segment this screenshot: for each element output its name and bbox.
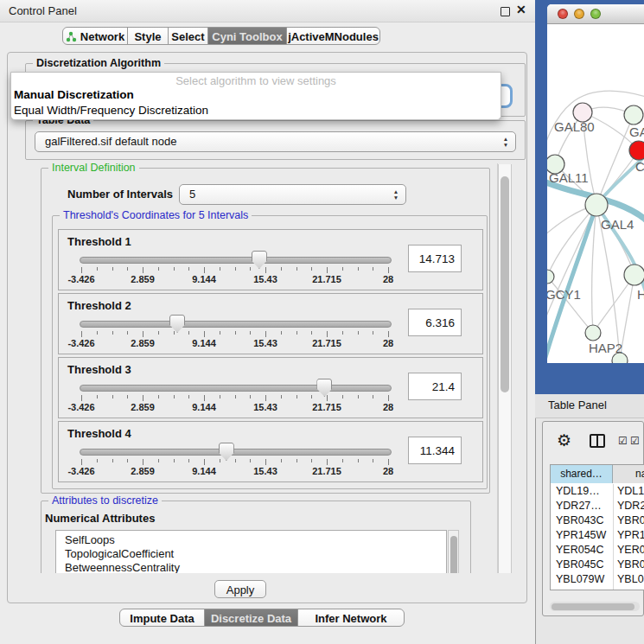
table-cell[interactable]: YLR345W (556, 587, 611, 590)
attributes-list-scrollbar[interactable] (448, 530, 459, 573)
table-cell[interactable]: YDR2 (617, 499, 644, 513)
minimize-traffic-light-icon[interactable] (574, 9, 584, 19)
network-edge[interactable] (592, 205, 596, 333)
table-cell[interactable]: YBR043C (556, 513, 611, 528)
slider-tick (174, 459, 175, 462)
network-canvas[interactable]: GAL80GACGAL11GAL4GCY1HHAP2 (547, 24, 644, 363)
tab-jactivemnodules[interactable]: jActiveMNodules (286, 27, 380, 45)
close-icon[interactable]: ✕ (516, 3, 526, 16)
threshold-panel: Threshold 3-3.4262.8599.14415.4321.71528… (58, 357, 483, 418)
slider-handle[interactable] (169, 315, 185, 333)
slider-tick-label: 21.715 (305, 274, 348, 284)
table-cell[interactable]: YBL0 (617, 572, 644, 587)
network-node-GCY1[interactable] (547, 270, 554, 284)
slider-tick (127, 395, 128, 399)
gear-icon[interactable]: ⚙ (557, 430, 571, 450)
float-window-icon[interactable] (501, 7, 510, 16)
table-cell[interactable]: YPR145W (556, 528, 611, 543)
table-cell[interactable]: YLR3 (617, 587, 644, 590)
table-cell[interactable]: YBR0 (617, 558, 644, 572)
slider-tick-label: 15.43 (244, 402, 287, 412)
tab-network[interactable]: Network (62, 27, 128, 45)
threshold-value-field[interactable]: 21.4 (408, 373, 462, 400)
slider-tick-label: 21.715 (305, 402, 348, 412)
slider-track[interactable] (80, 449, 392, 456)
slider-tick (388, 459, 389, 465)
network-edge[interactable] (596, 115, 634, 205)
table-cell[interactable]: YBR0 (617, 513, 644, 528)
attribute-item[interactable]: TopologicalCoefficient (56, 547, 446, 561)
checkbox-icon[interactable]: ☑ (630, 435, 640, 447)
network-node-GAL4[interactable] (585, 194, 608, 216)
table-row[interactable]: YDL19…YDL1 (551, 484, 644, 499)
slider-track[interactable] (80, 321, 392, 328)
table-row[interactable]: YBR045CYBR0 (551, 558, 644, 572)
slider-tick (235, 267, 236, 271)
table-row[interactable]: YER054CYER0 (551, 543, 644, 558)
network-node-node-top-right[interactable] (624, 105, 643, 124)
tab-cyni-toolbox[interactable]: Cyni Toolbox (207, 27, 287, 45)
slider-tick (81, 331, 82, 337)
attribute-item[interactable]: SelfLoops (56, 531, 446, 547)
checkbox-icon[interactable]: ☑ (618, 435, 628, 447)
slider-tick (311, 395, 312, 399)
threshold-value-field[interactable]: 11.344 (408, 437, 462, 464)
network-view-window[interactable]: GAL80GACGAL11GAL4GCY1HHAP2 (535, 0, 644, 394)
tab-style[interactable]: Style (127, 27, 169, 45)
network-node-label: GAL4 (601, 217, 634, 232)
slider-tick (342, 459, 343, 462)
table-row[interactable]: YBR043CYBR0 (551, 513, 644, 528)
network-node-node-red[interactable] (629, 141, 644, 160)
slider-handle[interactable] (219, 443, 234, 461)
attribute-item[interactable]: BetweennessCentrality (56, 561, 446, 573)
table-cell[interactable]: YDL1 (617, 484, 644, 499)
network-node-node-right-h[interactable] (624, 265, 644, 285)
table-horizontal-scrollbar[interactable] (550, 602, 640, 611)
slider-tick (235, 331, 236, 335)
settings-vertical-scrollbar[interactable] (498, 164, 512, 573)
slider-tick-label: 2.859 (121, 338, 164, 348)
columns-icon[interactable] (590, 434, 605, 448)
zoom-traffic-light-icon[interactable] (590, 9, 601, 19)
network-window-titlebar[interactable] (547, 4, 644, 24)
algorithm-option[interactable]: Equal Width/Frequency Discretization (14, 104, 208, 117)
table-cell[interactable]: YER054C (556, 543, 611, 558)
table-column-header[interactable]: na (613, 465, 644, 483)
table-cell[interactable]: YPR1 (617, 528, 644, 543)
tab-infer-network[interactable]: Infer Network (297, 609, 405, 627)
threshold-value-field[interactable]: 14.713 (408, 245, 462, 272)
table-row[interactable]: YDR27…YDR2 (551, 499, 644, 513)
slider-handle[interactable] (316, 379, 332, 397)
node-table[interactable]: shared…naYDL19…YDL1YDR27…YDR2YBR043CYBR0… (550, 464, 644, 590)
close-traffic-light-icon[interactable] (558, 9, 568, 19)
slider-tick (127, 331, 128, 335)
network-node-HAP2[interactable] (585, 325, 601, 341)
slider-track[interactable] (80, 385, 392, 392)
table-row[interactable]: YLR345WYLR3 (551, 587, 644, 590)
slider-tick-label: 28 (367, 274, 410, 284)
table-cell[interactable]: YDR27… (556, 499, 611, 513)
table-cell[interactable]: YBR045C (556, 558, 611, 572)
slider-tick (296, 331, 297, 335)
algorithm-option[interactable]: Manual Discretization (14, 88, 134, 101)
apply-button[interactable]: Apply (214, 580, 266, 598)
tab-discretize-data[interactable]: Discretize Data (204, 609, 298, 627)
tab-select[interactable]: Select (168, 27, 208, 45)
table-row[interactable]: YPR145WYPR1 (551, 528, 644, 543)
threshold-value-field[interactable]: 6.316 (408, 309, 462, 336)
slider-tick (143, 459, 143, 465)
slider-handle[interactable] (252, 251, 267, 269)
table-column-header[interactable]: shared… (551, 465, 613, 483)
table-cell[interactable]: YER0 (617, 543, 644, 558)
table-data-combobox[interactable]: galFiltered.sif default node ▲▼ (35, 131, 516, 152)
table-row[interactable]: YBL079WYBL0 (551, 572, 644, 587)
table-cell[interactable]: YBL079W (556, 572, 611, 587)
number-of-intervals-combobox[interactable]: 5 ▲▼ (179, 184, 406, 205)
numerical-attributes-list[interactable]: SelfLoopsTopologicalCoefficientBetweenne… (55, 530, 447, 573)
network-node-label: H (637, 287, 644, 302)
slider-track[interactable] (80, 257, 392, 264)
slider-tick-label: -3.426 (60, 402, 103, 412)
slider-tick (158, 267, 159, 271)
tab-impute-data[interactable]: Impute Data (119, 609, 205, 627)
table-cell[interactable]: YDL19… (556, 484, 611, 499)
